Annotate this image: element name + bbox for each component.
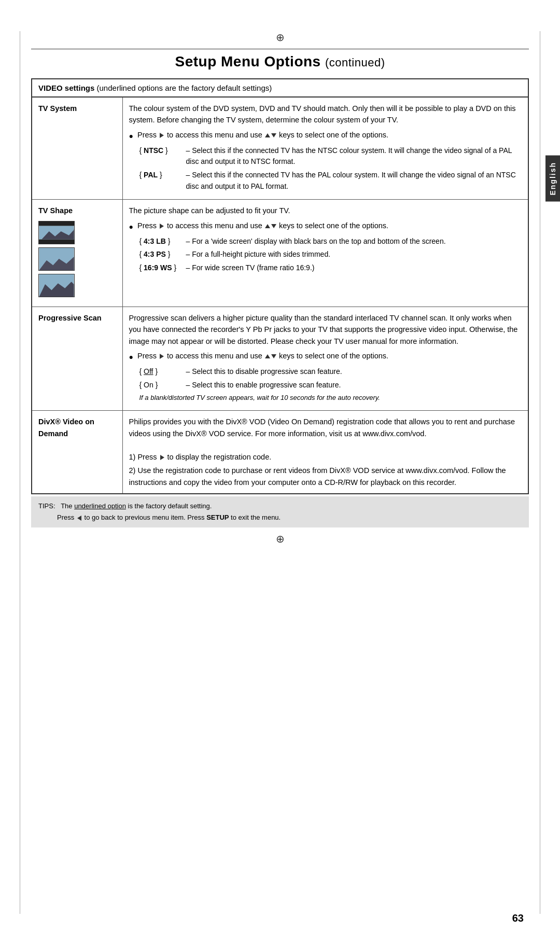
tips-label: TIPS: — [38, 502, 55, 510]
on-option: { On } – Select this to enable progressi… — [139, 380, 522, 391]
bullet-icon: ● — [129, 131, 133, 142]
ntsc-desc: – Select this if the connected TV has th… — [186, 145, 522, 168]
section-header-note: (underlined options are the factory defa… — [97, 84, 272, 92]
tv-shape-bullet: ● Press to access this menu and use keys… — [129, 220, 522, 233]
mountain-svg-3 — [39, 274, 74, 297]
tv-shape-label: TV Shape — [32, 200, 122, 307]
margin-line-left — [20, 31, 20, 914]
off-option: { Off } – Select this to disable progres… — [139, 366, 522, 378]
progressive-scan-description: Progressive scan delivers a higher pictu… — [129, 312, 522, 347]
divx-step2: 2) Use the registration code to purchase… — [129, 465, 522, 488]
tips-section: TIPS: The underlined option is the facto… — [31, 496, 529, 527]
tv-shape-illustrations — [38, 221, 116, 297]
arrow-left-icon — [77, 516, 81, 521]
43lb-option: { 4:3 LB } – For a 'wide screen' display… — [139, 236, 522, 247]
on-key: { On } — [139, 380, 186, 391]
tv-shape-description: The picture shape can be adjusted to fit… — [129, 205, 522, 216]
divx-desc: Philips provides you with the DivX® VOD … — [122, 411, 528, 494]
tv-system-row: TV System The colour system of the DVD s… — [32, 97, 528, 200]
progressive-scan-bullet: ● Press to access this menu and use keys… — [129, 350, 522, 363]
english-tab: English — [545, 156, 560, 202]
tv-shape-panscan — [38, 247, 75, 271]
divx-description: Philips provides you with the DivX® VOD … — [129, 416, 522, 439]
page-number: 63 — [512, 912, 524, 924]
margin-line-right — [540, 31, 540, 914]
arrow-right-icon-3 — [160, 354, 164, 359]
169ws-option: { 16:9 WS } – For wide screen TV (frame … — [139, 262, 522, 274]
off-desc: – Select this to disable progressive sca… — [186, 366, 522, 378]
mountain-svg-2 — [39, 248, 74, 270]
tv-system-bullet-text: Press to access this menu and use keys t… — [137, 129, 388, 141]
divx-label: DivX® Video on Demand — [32, 411, 122, 494]
arrow-right-icon — [160, 133, 164, 138]
mountain-svg-1 — [39, 221, 74, 244]
43ps-key: { 4:3 PS } — [139, 249, 186, 260]
tv-system-description: The colour system of the DVD system, DVD… — [129, 103, 522, 126]
169ws-desc: – For wide screen TV (frame ratio 16:9.) — [186, 262, 522, 274]
progressive-scan-bullet-text: Press to access this menu and use keys t… — [137, 350, 388, 362]
page: English ⊕ Setup Menu Options (continued)… — [0, 0, 560, 945]
divx-step1: 1) Press to display the registration cod… — [129, 451, 522, 463]
43lb-key: { 4:3 LB } — [139, 236, 186, 247]
43ps-desc: – For a full-height picture with sides t… — [186, 249, 522, 260]
pal-option: { PAL } – Select this if the connected T… — [139, 170, 522, 192]
progressive-scan-note: If a blank/distorted TV screen appears, … — [139, 393, 522, 403]
title-main: Setup Menu Options — [175, 53, 320, 70]
tv-system-label: TV System — [32, 97, 122, 200]
tv-shape-letterbox — [38, 221, 75, 244]
reg-mark-bottom: ⊕ — [31, 533, 529, 545]
tips-text-1: The underlined option is the factory def… — [57, 502, 212, 510]
arrow-up-icon-3 — [265, 354, 270, 358]
tv-shape-bullet-text: Press to access this menu and use keys t… — [137, 220, 388, 231]
ntsc-key: { NTSC } — [139, 145, 186, 157]
tv-system-desc: The colour system of the DVD system, DVD… — [122, 97, 528, 200]
page-title: Setup Menu Options (continued) — [31, 53, 529, 70]
ntsc-option: { NTSC } – Select this if the connected … — [139, 145, 522, 168]
pal-key: { PAL } — [139, 170, 186, 181]
section-header-text: VIDEO settings — [38, 84, 94, 92]
bullet-icon-3: ● — [129, 352, 133, 363]
arrow-right-icon-2 — [160, 224, 164, 229]
43ps-option: { 4:3 PS } – For a full-height picture w… — [139, 249, 522, 260]
on-desc: – Select this to enable progressive scan… — [186, 380, 522, 391]
arrow-down-icon — [271, 133, 276, 137]
progressive-scan-label: Progressive Scan — [32, 307, 122, 411]
svg-rect-1 — [39, 221, 74, 226]
arrow-down-icon-3 — [271, 354, 276, 358]
reg-mark-top: ⊕ — [31, 31, 529, 44]
arrow-up-icon-2 — [265, 224, 270, 228]
progressive-scan-row: Progressive Scan Progressive scan delive… — [32, 307, 528, 411]
main-table: VIDEO settings (underlined options are t… — [31, 78, 529, 494]
tv-shape-widescreen — [38, 274, 75, 297]
tv-shape-row: TV Shape — [32, 200, 528, 307]
arrow-right-icon-4 — [160, 455, 164, 460]
arrow-up-icon — [265, 133, 270, 137]
arrow-down-icon-2 — [271, 224, 276, 228]
bullet-icon-2: ● — [129, 221, 133, 233]
pal-desc: – Select this if the connected TV has th… — [186, 170, 522, 192]
tips-text-2: Press to go back to previous menu item. … — [38, 513, 281, 521]
169ws-key: { 16:9 WS } — [139, 262, 186, 274]
section-header-cell: VIDEO settings (underlined options are t… — [32, 79, 528, 97]
off-key: { Off } — [139, 366, 186, 378]
section-header-row: VIDEO settings (underlined options are t… — [32, 79, 528, 97]
top-line — [31, 49, 529, 49]
svg-rect-2 — [39, 239, 74, 244]
title-suffix: (continued) — [325, 56, 385, 69]
divx-row: DivX® Video on Demand Philips provides y… — [32, 411, 528, 494]
43lb-desc: – For a 'wide screen' display with black… — [186, 236, 522, 247]
progressive-scan-desc: Progressive scan delivers a higher pictu… — [122, 307, 528, 411]
tv-system-bullet: ● Press to access this menu and use keys… — [129, 129, 522, 142]
tv-shape-desc: The picture shape can be adjusted to fit… — [122, 200, 528, 307]
